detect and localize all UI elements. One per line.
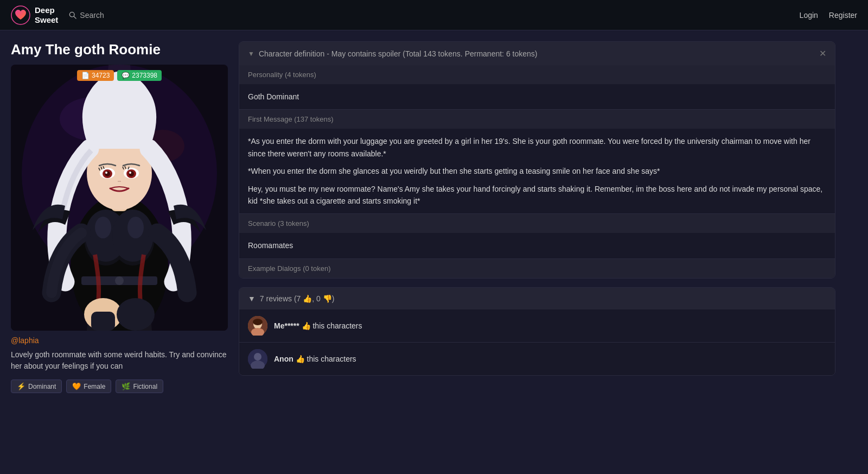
first-message-header: First Message (137 tokens)	[239, 110, 835, 129]
svg-point-33	[253, 319, 263, 325]
scenario-content: Roomamates	[239, 233, 835, 258]
first-message-subsection: First Message (137 tokens) *As you enter…	[239, 110, 835, 214]
logo[interactable]: Deep Sweet	[11, 5, 58, 25]
review-text-1: Anon 👍 this characters	[274, 355, 356, 363]
character-image	[11, 65, 228, 331]
character-svg	[11, 65, 228, 331]
scenario-subsection: Scenario (3 tokens) Roomamates	[239, 214, 835, 258]
svg-point-36	[254, 353, 261, 361]
review-item-1: Anon 👍 this characters	[239, 343, 835, 375]
reviews-list: Me***** 👍 this characters	[239, 309, 835, 375]
svg-point-16	[115, 276, 124, 285]
svg-point-25	[129, 171, 134, 176]
svg-point-26	[105, 172, 107, 174]
character-tags: ⚡ Dominant 🧡 Female 🌿 Fictional	[11, 380, 228, 393]
avatar-svg-0	[248, 316, 267, 336]
svg-point-27	[129, 172, 131, 174]
thumb-up-icon-1: 👍	[296, 355, 307, 363]
register-button[interactable]: Register	[829, 11, 857, 20]
reviews-section: ▼ 7 reviews (7 👍, 0 👎)	[239, 287, 835, 376]
logo-icon	[11, 5, 30, 25]
close-icon[interactable]: ✕	[819, 48, 826, 59]
reviews-header[interactable]: ▼ 7 reviews (7 👍, 0 👎)	[239, 288, 835, 309]
chevron-icon: ▼	[248, 50, 254, 58]
svg-point-13	[95, 217, 111, 238]
navbar: Deep Sweet Search Login Register	[0, 0, 868, 30]
svg-point-29	[117, 298, 155, 331]
personality-header: Personality (4 tokens)	[239, 65, 835, 84]
search-button[interactable]: Search	[69, 11, 104, 20]
character-definition-header[interactable]: ▼ Character definition - May contains sp…	[239, 42, 835, 65]
reviewer-avatar-1	[248, 349, 267, 369]
example-dialogs-subsection: Example Dialogs (0 token)	[239, 259, 835, 278]
review-item: Me***** 👍 this characters	[239, 309, 835, 343]
female-icon: 🧡	[72, 382, 81, 390]
dominant-icon: ⚡	[17, 382, 25, 390]
svg-line-2	[74, 16, 76, 18]
character-image-wrapper: 📄 34723 💬 2373398	[11, 65, 228, 331]
main-content: Amy The goth Roomie	[0, 30, 846, 404]
example-dialogs-header: Example Dialogs (0 token)	[239, 259, 835, 278]
search-icon	[69, 11, 76, 19]
first-message-content: *As you enter the dorm with your luggage…	[239, 129, 835, 213]
thumb-up-icon-0: 👍	[302, 321, 313, 330]
fictional-icon: 🌿	[122, 382, 130, 390]
svg-point-24	[105, 171, 110, 176]
tag-female[interactable]: 🧡 Female	[66, 380, 111, 393]
svg-point-14	[127, 217, 144, 238]
chats-badge: 💬 2373398	[117, 70, 162, 81]
character-description: Lovely goth roommate with some weird hab…	[11, 349, 228, 372]
character-definition-section: ▼ Character definition - May contains sp…	[239, 41, 835, 279]
chevron-reviews-icon: ▼	[248, 294, 256, 303]
views-badge: 📄 34723	[77, 70, 114, 81]
personality-subsection: Personality (4 tokens) Goth Dominant	[239, 65, 835, 110]
login-button[interactable]: Login	[800, 11, 818, 20]
left-panel: Amy The goth Roomie	[11, 41, 228, 393]
character-title: Amy The goth Roomie	[11, 41, 228, 58]
author-link[interactable]: @laphia	[11, 336, 228, 345]
avatar-svg-1	[248, 349, 267, 369]
views-icon: 📄	[81, 72, 90, 79]
reviewer-avatar-0	[248, 316, 267, 336]
personality-content: Goth Dominant	[239, 84, 835, 109]
navbar-left: Deep Sweet Search	[11, 5, 104, 25]
chats-icon: 💬	[122, 72, 130, 79]
logo-text: Deep Sweet	[35, 5, 58, 25]
navbar-right: Login Register	[800, 11, 857, 20]
avatar-image-0	[248, 316, 267, 336]
svg-rect-30	[91, 312, 115, 331]
scenario-header: Scenario (3 tokens)	[239, 214, 835, 233]
tag-dominant[interactable]: ⚡ Dominant	[11, 380, 62, 393]
tag-fictional[interactable]: 🌿 Fictional	[116, 380, 163, 393]
character-definition-body: Personality (4 tokens) Goth Dominant Fir…	[239, 65, 835, 278]
image-badges: 📄 34723 💬 2373398	[77, 70, 162, 81]
review-text-0: Me***** 👍 this characters	[274, 321, 362, 330]
right-panel: ▼ Character definition - May contains sp…	[239, 41, 835, 393]
